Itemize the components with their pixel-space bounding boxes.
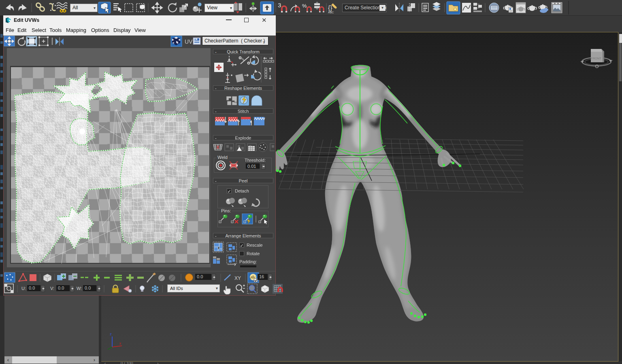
- svg-text:XY: XY: [234, 275, 241, 281]
- svg-text:z: z: [110, 332, 112, 336]
- svg-text:FRONT: FRONT: [591, 57, 601, 60]
- svg-text:x: x: [119, 341, 121, 345]
- svg-text:UV: UV: [185, 38, 193, 45]
- svg-text:%: %: [302, 3, 307, 9]
- svg-text:3: 3: [278, 2, 281, 8]
- svg-text:ABC: ABC: [328, 11, 334, 14]
